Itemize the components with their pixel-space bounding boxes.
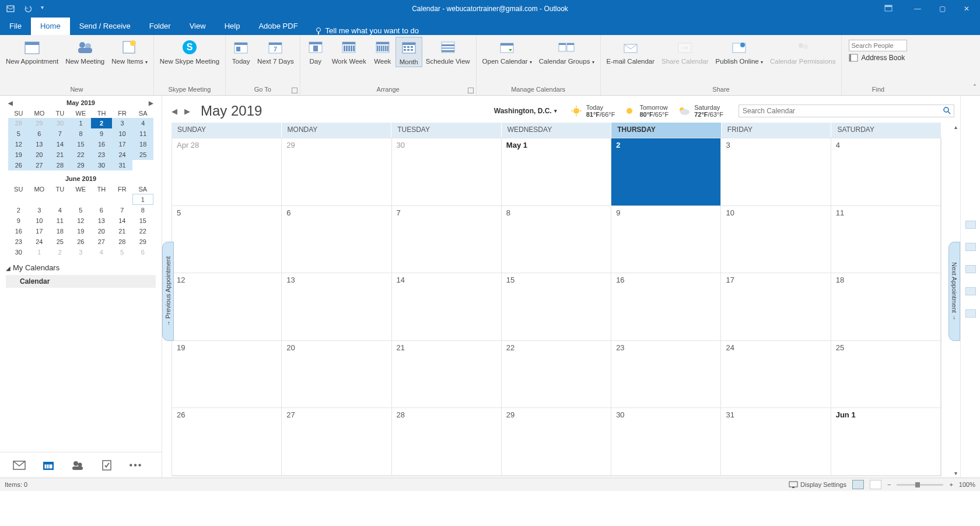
ribbon-display-options-icon[interactable]	[884, 5, 902, 13]
day-cell[interactable]: 3	[721, 138, 831, 206]
day-cell[interactable]: 18	[831, 273, 941, 341]
work-week-view-button[interactable]: Work Week	[328, 37, 370, 66]
day-cell[interactable]: 30	[611, 408, 721, 476]
mini-day[interactable]: 7	[50, 128, 71, 139]
peek-month-icon[interactable]	[965, 287, 976, 295]
zoom-slider[interactable]	[897, 484, 943, 486]
mini-day[interactable]: 23	[8, 236, 29, 247]
mini-day[interactable]: 17	[29, 226, 50, 236]
next-month-icon[interactable]: ▶	[149, 100, 153, 106]
mini-day[interactable]: 31	[112, 160, 133, 170]
tab-send-receive[interactable]: Send / Receive	[70, 18, 140, 35]
day-cell[interactable]: 6	[282, 206, 391, 274]
mini-day[interactable]: 6	[29, 128, 50, 139]
mini-day[interactable]: 2	[8, 205, 29, 215]
mini-day[interactable]: 16	[91, 139, 112, 149]
mini-day[interactable]	[8, 194, 29, 205]
day-cell[interactable]: 24	[721, 341, 831, 409]
search-people-input[interactable]	[849, 40, 907, 51]
mini-day[interactable]: 6	[91, 205, 112, 215]
qat-send-receive-icon[interactable]	[6, 4, 15, 13]
calendar-item[interactable]: Calendar	[6, 275, 156, 288]
scroll-down-icon[interactable]: ▾	[951, 470, 960, 476]
peek-week-icon[interactable]	[965, 265, 976, 273]
mini-day[interactable]: 13	[29, 139, 50, 149]
mini-day[interactable]: 5	[112, 247, 133, 257]
mini-day[interactable]: 5	[8, 128, 29, 139]
mini-day[interactable]: 24	[112, 149, 133, 160]
mini-day[interactable]: 26	[71, 236, 92, 247]
day-cell[interactable]: 15	[502, 273, 611, 341]
reading-view-button[interactable]	[870, 480, 881, 489]
day-cell[interactable]: 25	[831, 341, 941, 409]
mini-day[interactable]: 25	[132, 149, 153, 160]
mini-day[interactable]: 1	[132, 194, 153, 205]
tab-home[interactable]: Home	[31, 18, 70, 35]
mini-day[interactable]: 26	[8, 160, 29, 170]
day-cell[interactable]: 12	[172, 273, 282, 341]
new-meeting-button[interactable]: New Meeting	[62, 37, 108, 66]
day-cell[interactable]: 26	[172, 408, 282, 476]
mini-day[interactable]: 29	[71, 160, 92, 170]
next-period-button[interactable]: ▶	[184, 107, 190, 116]
mini-day[interactable]	[132, 160, 153, 170]
day-cell[interactable]: 30	[392, 138, 502, 206]
day-cell[interactable]: 22	[502, 341, 611, 409]
mini-day[interactable]: 9	[8, 215, 29, 226]
mini-day[interactable]: 22	[132, 226, 153, 236]
tab-folder[interactable]: Folder	[140, 18, 180, 35]
mini-day[interactable]: 11	[50, 215, 71, 226]
mini-day[interactable]: 19	[8, 149, 29, 160]
collapse-ribbon-icon[interactable]: ˄	[973, 83, 977, 92]
mini-day[interactable]: 30	[91, 160, 112, 170]
publish-online-button[interactable]: Publish Online ▾	[712, 37, 766, 66]
tab-file[interactable]: File	[0, 18, 31, 35]
qat-undo-icon[interactable]	[23, 4, 33, 13]
day-cell[interactable]: 14	[392, 273, 502, 341]
mini-day[interactable]: 12	[71, 215, 92, 226]
mini-day[interactable]: 30	[50, 118, 71, 128]
today-button[interactable]: Today	[228, 37, 254, 66]
day-cell[interactable]: 20	[282, 341, 391, 409]
day-cell[interactable]: 4	[831, 138, 941, 206]
day-cell[interactable]: 27	[282, 408, 391, 476]
new-items-button[interactable]: New Items ▾	[108, 37, 151, 66]
open-calendar-button[interactable]: Open Calendar ▾	[479, 37, 536, 66]
weather-location[interactable]: Washington, D.C. ▾	[494, 107, 557, 115]
mini-day[interactable]: 19	[71, 226, 92, 236]
mini-day[interactable]: 29	[132, 236, 153, 247]
day-cell[interactable]: 5	[172, 206, 282, 274]
day-cell[interactable]: 17	[721, 273, 831, 341]
new-appointment-button[interactable]: New Appointment	[2, 37, 62, 66]
mini-day[interactable]: 29	[29, 118, 50, 128]
scroll-up-icon[interactable]: ▴	[951, 124, 960, 130]
day-cell[interactable]: 21	[392, 341, 502, 409]
mini-day[interactable]: 3	[29, 205, 50, 215]
mini-day[interactable]: 25	[50, 236, 71, 247]
mini-day[interactable]: 2	[91, 118, 112, 128]
day-cell[interactable]: Apr 28	[172, 138, 282, 206]
mini-day[interactable]: 3	[71, 247, 92, 257]
day-cell[interactable]: 13	[282, 273, 391, 341]
tasks-nav-icon[interactable]	[100, 459, 113, 472]
calendar-nav-icon[interactable]	[42, 459, 55, 472]
day-cell[interactable]: 31	[721, 408, 831, 476]
mini-day[interactable]: 13	[91, 215, 112, 226]
day-cell[interactable]: 29	[282, 138, 391, 206]
mini-day[interactable]: 23	[91, 149, 112, 160]
mini-day[interactable]: 28	[112, 236, 133, 247]
prev-period-button[interactable]: ◀	[172, 107, 177, 116]
mini-day[interactable]: 3	[112, 118, 133, 128]
mini-day[interactable]: 1	[29, 247, 50, 257]
day-cell[interactable]: Jun 1	[831, 408, 941, 476]
mini-day[interactable]: 10	[112, 128, 133, 139]
day-cell[interactable]: 16	[611, 273, 721, 341]
search-icon[interactable]	[943, 106, 951, 114]
day-cell[interactable]: 11	[831, 206, 941, 274]
month-view-button[interactable]: Month	[396, 37, 422, 67]
mini-day[interactable]: 24	[29, 236, 50, 247]
day-cell[interactable]: 10	[721, 206, 831, 274]
display-settings-button[interactable]: Display Settings	[789, 481, 846, 488]
mini-day[interactable]: 17	[112, 139, 133, 149]
dialog-launcher-icon[interactable]	[292, 88, 298, 93]
